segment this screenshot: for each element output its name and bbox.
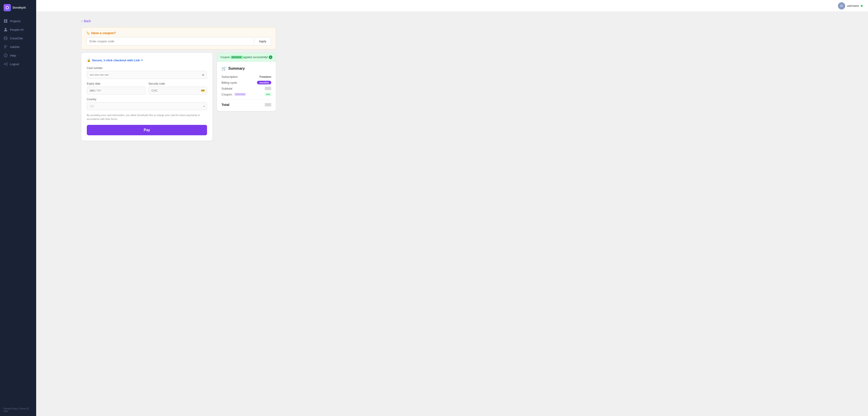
sidebar: DorothyAI Projects People+AI CrossCi	[0, 0, 36, 416]
security-group: Security code 💳	[149, 82, 207, 94]
svg-point-1	[6, 7, 8, 8]
sidebar-item-askdot[interactable]: AskDot	[0, 42, 36, 51]
projects-label: Projects	[10, 20, 21, 23]
askdot-label: AskDot	[10, 45, 20, 49]
expiry-label: Expiry date	[87, 82, 145, 85]
total-row: Total ••••	[221, 103, 271, 107]
payment-form: 🔒 Secure, 1-click checkout with Link ▾ C…	[81, 53, 213, 141]
privacy-link[interactable]: Privacy Policy	[4, 408, 18, 410]
billing-value-badge: monthly	[257, 81, 271, 84]
svg-text:?: ?	[5, 54, 6, 57]
coupon-row-label: Coupon:	[221, 93, 232, 96]
svg-rect-5	[6, 21, 7, 23]
lock-icon: 🔒	[87, 58, 91, 62]
svg-point-6	[5, 28, 6, 30]
logout-icon	[4, 62, 8, 66]
crosscite-label: CrossCite	[10, 37, 23, 40]
back-chevron-icon: ‹	[81, 19, 83, 23]
expiry-security-row: Expiry date Security code 💳	[87, 82, 207, 94]
secure-checkout-label[interactable]: 🔒 Secure, 1-click checkout with Link ▾	[87, 58, 207, 62]
security-input[interactable]	[149, 87, 207, 94]
summary-title: 🛒 Summary	[221, 66, 271, 71]
coupon-success-text: Coupon XXXXXX applied successfully!	[220, 56, 268, 59]
coupon-input[interactable]	[86, 37, 254, 46]
security-label: Security code	[149, 82, 207, 85]
topbar: U username	[36, 0, 868, 12]
grid-icon	[4, 19, 8, 23]
sidebar-logo: DorothyAI	[0, 0, 36, 15]
coupon-success-banner: Coupon XXXXXX applied successfully! ✕	[217, 53, 276, 62]
close-banner-button[interactable]: ✕	[269, 55, 272, 59]
card-back-icon: 💳	[201, 89, 205, 92]
sidebar-item-help[interactable]: ? Help	[0, 51, 36, 60]
user-status-indicator	[861, 5, 863, 7]
terms-text: By providing your card information, you …	[87, 113, 207, 121]
card-number-group: Card number 👁	[87, 66, 207, 79]
sidebar-nav: Projects People+AI CrossCite AskDot	[0, 15, 36, 404]
coupon-header-text: Have a coupon?	[91, 31, 116, 35]
summary-title-text: Summary	[228, 66, 245, 70]
subscription-label: Subscription	[221, 75, 238, 79]
back-button[interactable]: ‹ Back	[81, 19, 91, 23]
people-ai-label: People+AI	[10, 28, 24, 31]
sidebar-item-people-ai[interactable]: People+AI	[0, 25, 36, 34]
svg-rect-4	[4, 21, 5, 23]
security-input-wrapper: 💳	[149, 87, 207, 94]
coupon-label-wrapper: Coupon: XXXXXX	[221, 93, 246, 96]
tag-icon: 🏷️	[86, 31, 90, 35]
sidebar-item-crosscite[interactable]: CrossCite	[0, 34, 36, 42]
main-content: ‹ Back 🏷️ Have a coupon? Apply 🔒 Secure,…	[72, 12, 868, 416]
country-group: Country US GB CA ▾	[87, 98, 207, 110]
svg-rect-2	[4, 20, 5, 21]
logo-icon	[4, 4, 11, 11]
billing-cycle-row: Billing cycle monthly	[221, 81, 271, 84]
coupon-success-code: XXXXXX	[230, 56, 243, 59]
checkout-area: 🔒 Secure, 1-click checkout with Link ▾ C…	[81, 53, 276, 141]
sidebar-item-projects[interactable]: Projects	[0, 17, 36, 25]
eye-icon: 👁	[202, 73, 205, 77]
footer-separator: •	[18, 408, 19, 410]
subscription-value: Freedom	[259, 75, 271, 79]
expiry-group: Expiry date	[87, 82, 145, 94]
coupon-section: 🏷️ Have a coupon? Apply	[81, 27, 276, 49]
help-icon: ?	[4, 53, 8, 57]
logout-label: Logout	[10, 62, 19, 66]
summary-panel: Coupon XXXXXX applied successfully! ✕ 🛒 …	[217, 53, 276, 141]
coupon-success-prefix: Coupon	[220, 56, 230, 59]
help-label: Help	[10, 54, 16, 57]
pay-button[interactable]: Pay	[87, 125, 207, 135]
country-select[interactable]: US GB CA	[87, 102, 207, 110]
total-label: Total	[221, 103, 229, 107]
askdot-icon	[4, 45, 8, 49]
billing-label: Billing cycle	[221, 81, 237, 84]
apply-coupon-button[interactable]: Apply	[254, 37, 271, 46]
subtotal-label: Subtotal	[221, 87, 232, 90]
coupon-input-row: Apply	[86, 37, 271, 46]
user-info[interactable]: U username	[838, 2, 863, 9]
crosscite-icon	[4, 36, 8, 40]
svg-rect-3	[6, 20, 7, 21]
secure-checkout-text: Secure, 1-click checkout with Link	[92, 59, 140, 62]
country-label: Country	[87, 98, 207, 101]
user-avatar: U	[838, 2, 845, 9]
card-number-input-wrapper: 👁	[87, 71, 207, 79]
subscription-row: Subscription Freedom	[221, 75, 271, 79]
sidebar-footer: Privacy Policy • Terms Of Use	[0, 404, 36, 416]
person-ai-icon	[4, 28, 8, 32]
sidebar-item-logout[interactable]: Logout	[0, 60, 36, 68]
logo-text: DorothyAI	[13, 6, 26, 9]
coupon-success-suffix: applied successfully!	[243, 56, 268, 59]
subtotal-value: ••••	[265, 87, 271, 90]
total-value: ••••	[265, 103, 271, 107]
expiry-input[interactable]	[87, 87, 145, 94]
card-number-label: Card number	[87, 66, 207, 70]
card-number-input[interactable]	[87, 71, 207, 79]
cart-icon: 🛒	[221, 66, 226, 71]
back-label: Back	[84, 19, 91, 23]
summary-card: 🛒 Summary Subscription Freedom Billing c…	[217, 62, 276, 111]
user-name-display: username	[847, 4, 859, 7]
country-select-wrapper: US GB CA ▾	[87, 102, 207, 110]
chevron-down-icon: ▾	[141, 59, 143, 62]
subtotal-row: Subtotal ••••	[221, 87, 271, 90]
coupon-header: 🏷️ Have a coupon?	[86, 31, 271, 35]
